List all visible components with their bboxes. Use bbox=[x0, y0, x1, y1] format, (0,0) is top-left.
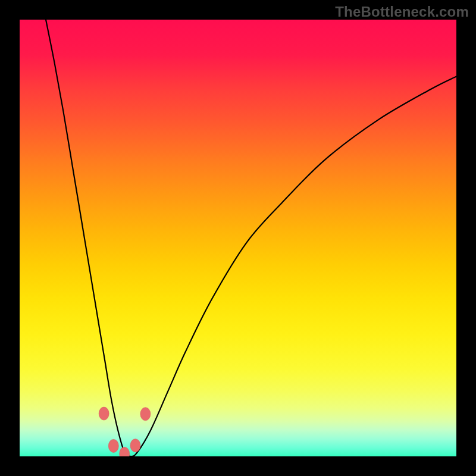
watermark-text: TheBottleneck.com bbox=[335, 4, 469, 20]
curve-marker bbox=[99, 407, 109, 420]
curve-marker bbox=[108, 439, 118, 452]
chart-frame: TheBottleneck.com bbox=[0, 0, 476, 476]
chart-svg bbox=[20, 20, 456, 456]
marker-layer bbox=[99, 407, 151, 456]
bottleneck-curve bbox=[46, 20, 456, 456]
curve-layer bbox=[46, 20, 456, 456]
curve-marker bbox=[120, 447, 130, 456]
curve-marker bbox=[140, 408, 151, 421]
plot-area bbox=[20, 20, 456, 456]
curve-marker bbox=[130, 439, 140, 452]
